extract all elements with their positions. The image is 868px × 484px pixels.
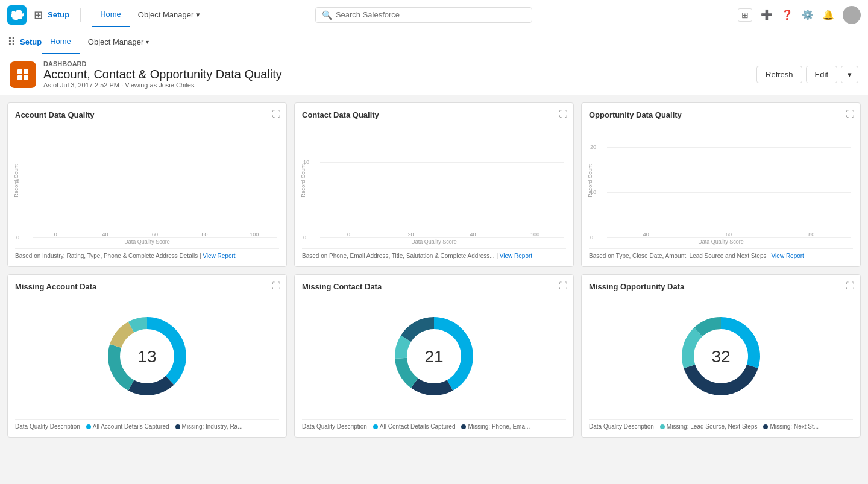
setup-nav-label[interactable]: Setup	[20, 37, 42, 46]
page-header-text: DASHBOARD Account, Contact & Opportunity…	[43, 60, 749, 89]
donut-center-contact-donut: 21	[424, 347, 443, 366]
legend-item-label-contact-donut: Missing: Phone, Ema...	[468, 423, 530, 430]
bar-group-contact-bar-0: 0	[320, 230, 377, 237]
refresh-button[interactable]: Refresh	[756, 66, 802, 83]
bar-label-account-bar-80: 80	[201, 231, 207, 237]
donut-svg-contact-donut: 21	[383, 305, 485, 407]
card-title-account-bar: Account Data Quality	[15, 110, 279, 119]
bar-group-contact-bar-40: 40	[444, 230, 502, 237]
bar-group-opportunity-bar-60: 60	[690, 230, 767, 237]
legend-item-label-opportunity-donut: Missing: Next St...	[770, 423, 819, 430]
view-report-link-opportunity-bar[interactable]: View Report	[772, 253, 804, 259]
bar-chart-account-bar: Record Count500406080100Data Quality Sco…	[15, 124, 279, 245]
svg-rect-3	[24, 75, 28, 80]
object-manager-tab[interactable]: Object Manager ▾	[130, 3, 209, 27]
nav-icon-group: ⊞ ➕ ❓ ⚙️ 🔔	[738, 6, 861, 24]
svg-rect-2	[17, 75, 22, 80]
grid-label-account-bar-5: 5	[16, 178, 19, 184]
x-axis-label-account-bar: Data Quality Score	[15, 239, 279, 245]
secondary-navigation: ⠿ Setup Home Object Manager ▾	[0, 30, 868, 54]
more-actions-button[interactable]: ▾	[841, 66, 858, 83]
page-subtitle: As of Jul 3, 2017 2:52 PM · Viewing as J…	[43, 81, 749, 89]
legend-dot-account-donut	[175, 424, 180, 429]
bar-label-contact-bar-100: 100	[530, 231, 539, 237]
legend-dot-opportunity-donut	[660, 424, 665, 429]
card-opportunity-bar: Opportunity Data Quality⛶Record Count201…	[581, 102, 861, 267]
legend-item-contact-donut: All Contact Details Captured	[373, 423, 456, 430]
bar-label-account-bar-40: 40	[102, 231, 108, 237]
edit-button[interactable]: Edit	[806, 66, 837, 83]
donut-wrapper-contact-donut: 21	[302, 296, 566, 416]
donut-wrapper-opportunity-donut: 32	[589, 296, 853, 416]
card-opportunity-donut: Missing Opportunity Data⛶32Data Quality …	[581, 274, 861, 438]
legend-item-label-contact-donut: All Contact Details Captured	[380, 423, 456, 430]
bar-chart-opportunity-bar: Record Count20100406080Data Quality Scor…	[589, 124, 853, 245]
donut-segment-opportunity-donut	[684, 365, 758, 395]
card-title-contact-bar: Contact Data Quality	[302, 110, 566, 119]
card-footer-contact-bar: Based on Phone, Email Address, Title, Sa…	[302, 248, 566, 259]
page-header-actions: Refresh Edit ▾	[756, 66, 858, 83]
expand-icon-contact-bar[interactable]: ⛶	[559, 109, 567, 119]
legend-dot-opportunity-donut	[763, 424, 768, 429]
legend-item-opportunity-donut: Missing: Lead Source, Next Steps	[660, 423, 758, 430]
view-report-link-contact-bar[interactable]: View Report	[500, 253, 532, 259]
donut-segment-account-donut	[108, 344, 134, 391]
search-input[interactable]	[336, 10, 526, 19]
object-manager-nav-tab[interactable]: Object Manager ▾	[80, 37, 158, 46]
page-header: DASHBOARD Account, Contact & Opportunity…	[0, 54, 868, 95]
salesforce-logo	[7, 5, 27, 25]
card-title-opportunity-bar: Opportunity Data Quality	[589, 110, 853, 119]
card-contact-donut: Missing Contact Data⛶21Data Quality Desc…	[294, 274, 574, 438]
grid-lines-contact-bar: 100	[320, 124, 564, 237]
bar-group-account-bar-60: 60	[133, 230, 177, 237]
card-title-opportunity-donut: Missing Opportunity Data	[589, 282, 853, 291]
legend-label-contact-donut: Data Quality DescriptionAll Contact Deta…	[302, 419, 566, 430]
legend-title-opportunity-donut: Data Quality Description	[589, 423, 654, 430]
bar-group-account-bar-80: 80	[182, 230, 227, 237]
donut-center-opportunity-donut: 32	[711, 347, 730, 366]
bar-label-account-bar-100: 100	[250, 231, 259, 237]
bar-label-opportunity-bar-60: 60	[726, 231, 732, 237]
app-grid-icon[interactable]: ⠿	[7, 35, 16, 49]
expand-icon-account-bar[interactable]: ⛶	[272, 109, 280, 119]
card-account-donut: Missing Account Data⛶13Data Quality Desc…	[7, 274, 287, 438]
card-title-contact-donut: Missing Contact Data	[302, 282, 566, 291]
donut-segment-opportunity-donut	[682, 328, 702, 368]
bar-group-account-bar-0: 0	[33, 230, 78, 237]
grid-lines-account-bar: 50	[33, 124, 277, 237]
app-launcher-icon[interactable]: ⊞	[34, 8, 43, 22]
bar-group-opportunity-bar-80: 80	[773, 230, 851, 237]
legend-item-label-account-donut: Missing: Industry, Ra...	[182, 423, 243, 430]
setup-link[interactable]: Setup	[48, 10, 69, 19]
expand-icon-account-donut[interactable]: ⛶	[272, 281, 280, 291]
legend-title-account-donut: Data Quality Description	[15, 423, 80, 430]
home-tab[interactable]: Home	[92, 3, 130, 27]
object-manager-label: Object Manager	[88, 37, 144, 46]
legend-item-label-account-donut: All Account Details Captured	[93, 423, 169, 430]
view-report-link-account-bar[interactable]: View Report	[203, 253, 235, 259]
expand-icon-contact-donut[interactable]: ⛶	[559, 281, 567, 291]
svg-rect-0	[17, 69, 22, 74]
grid-icon[interactable]: ⊞	[738, 8, 752, 22]
bar-label-opportunity-bar-40: 40	[643, 231, 649, 237]
legend-item-label-opportunity-donut: Missing: Lead Source, Next Steps	[667, 423, 758, 430]
settings-icon[interactable]: ⚙️	[802, 9, 814, 20]
notification-icon[interactable]: 🔔	[822, 9, 834, 20]
legend-item-opportunity-donut: Missing: Next St...	[763, 423, 819, 430]
nav-tabs: Home Object Manager ▾	[92, 3, 209, 27]
dashboard-grid: Account Data Quality⛶Record Count5004060…	[0, 95, 868, 445]
home-nav-tab[interactable]: Home	[42, 30, 80, 54]
expand-icon-opportunity-donut[interactable]: ⛶	[846, 281, 854, 291]
bar-label-account-bar-60: 60	[152, 231, 158, 237]
legend-label-opportunity-donut: Data Quality DescriptionMissing: Lead So…	[589, 419, 853, 430]
nav-divider	[80, 8, 81, 22]
add-icon[interactable]: ➕	[761, 9, 773, 20]
help-icon[interactable]: ❓	[781, 9, 793, 20]
legend-dot-contact-donut	[461, 424, 466, 429]
bar-chart-contact-bar: Record Count10002040100Data Quality Scor…	[302, 124, 566, 245]
bar-label-account-bar-0: 0	[54, 231, 57, 237]
avatar[interactable]	[843, 6, 861, 24]
grid-label-opportunity-bar-20: 20	[590, 144, 596, 150]
expand-icon-opportunity-bar[interactable]: ⛶	[846, 109, 854, 119]
legend-title-contact-donut: Data Quality Description	[302, 423, 367, 430]
